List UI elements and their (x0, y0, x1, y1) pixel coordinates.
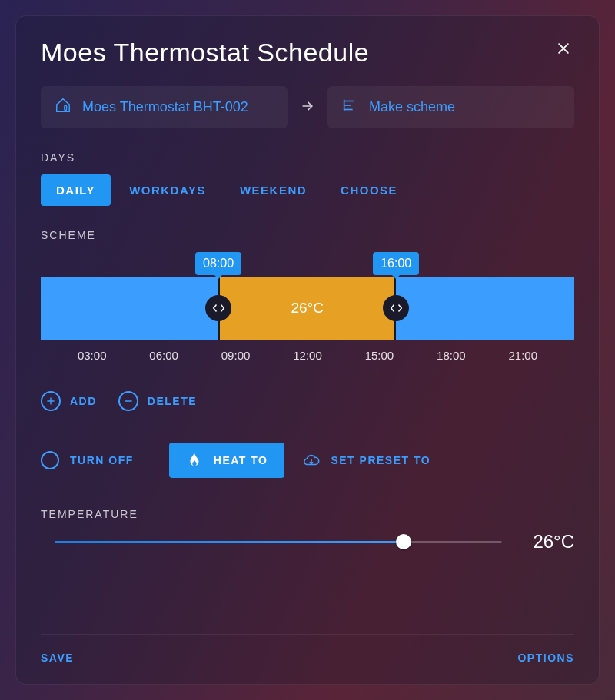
options-button[interactable]: OPTIONS (517, 652, 574, 664)
temperature-label: TEMPERATURE (41, 508, 574, 520)
slider-fill (55, 541, 404, 543)
axis-tick: 15:00 (344, 349, 415, 362)
scheme-label: SCHEME (41, 229, 574, 241)
drag-handle-end[interactable] (383, 295, 409, 321)
scheme-editor: 08:00 16:00 26°C 03:00 06:00 09:00 12:00… (41, 252, 574, 377)
breadcrumb: Moes Thermostat BHT-002 Make scheme (41, 86, 574, 128)
axis-tick: 18:00 (415, 349, 487, 362)
chevron-right-icon (397, 304, 403, 313)
cloud-download-icon (303, 452, 320, 469)
hvac-mode-row: TURN OFF HEAT TO SET PRESET TO (41, 442, 574, 479)
delete-button[interactable]: DELETE (118, 391, 197, 411)
save-button[interactable]: SAVE (41, 652, 74, 664)
axis-tick: 09:00 (200, 349, 271, 362)
segment-before[interactable] (41, 277, 218, 340)
svg-rect-0 (65, 105, 67, 110)
timeline-axis: 03:00 06:00 09:00 12:00 15:00 18:00 21:0… (41, 349, 574, 362)
chevron-left-icon (212, 304, 218, 313)
dialog-footer: SAVE OPTIONS (41, 634, 574, 684)
mode-turn-off-label: TURN OFF (70, 454, 134, 466)
breadcrumb-action-label: Make scheme (369, 98, 455, 116)
arrow-right-icon (300, 98, 315, 117)
circle-outline-icon (41, 451, 59, 469)
segment-heat-temp: 26°C (291, 300, 323, 317)
temperature-slider[interactable] (55, 541, 502, 543)
start-time-badge: 08:00 (195, 252, 241, 275)
temperature-value: 26°C (520, 531, 574, 552)
breadcrumb-device-label: Moes Thermostat BHT-002 (82, 98, 248, 116)
drag-handle-start[interactable] (205, 295, 231, 321)
flame-icon (186, 452, 203, 469)
home-thermo-icon (55, 97, 71, 118)
breadcrumb-action[interactable]: Make scheme (327, 86, 574, 128)
end-time-badge: 16:00 (373, 252, 419, 275)
axis-tick: 03:00 (56, 349, 128, 362)
mode-heat-to[interactable]: HEAT TO (169, 443, 285, 478)
segment-after[interactable] (396, 277, 574, 340)
days-label: DAYS (41, 151, 574, 164)
dialog-card: Moes Thermostat Schedule Moes Thermostat… (15, 15, 600, 685)
axis-tick: 21:00 (487, 349, 559, 362)
add-label: ADD (70, 395, 97, 407)
plus-icon (41, 391, 61, 411)
breadcrumb-device[interactable]: Moes Thermostat BHT-002 (41, 86, 288, 128)
tab-workdays[interactable]: WORKDAYS (114, 174, 221, 206)
scheme-icon (341, 97, 358, 118)
tab-choose[interactable]: CHOOSE (325, 174, 413, 206)
chevron-right-icon (219, 304, 225, 313)
days-tabs: DAILY WORKDAYS WEEKEND CHOOSE (41, 174, 574, 206)
close-button[interactable] (553, 38, 574, 62)
dialog-title: Moes Thermostat Schedule (41, 38, 369, 68)
tab-weekend[interactable]: WEEKEND (224, 174, 322, 206)
mode-heat-to-label: HEAT TO (214, 454, 268, 466)
add-button[interactable]: ADD (41, 391, 97, 411)
mode-set-preset[interactable]: SET PRESET TO (303, 443, 447, 478)
scheme-actions: ADD DELETE (41, 391, 574, 411)
mode-turn-off[interactable]: TURN OFF (41, 442, 151, 479)
delete-label: DELETE (148, 395, 197, 407)
axis-tick: 06:00 (128, 349, 199, 362)
segment-heat[interactable]: 26°C (218, 277, 396, 340)
tab-daily[interactable]: DAILY (41, 174, 111, 206)
dialog-header: Moes Thermostat Schedule (41, 38, 574, 68)
temperature-row: 26°C (41, 531, 574, 552)
axis-tick: 12:00 (271, 349, 343, 362)
close-icon (556, 41, 571, 56)
chevron-left-icon (390, 304, 396, 313)
mode-set-preset-label: SET PRESET TO (331, 454, 430, 466)
minus-icon (118, 391, 138, 411)
timeline[interactable]: 08:00 16:00 26°C (41, 277, 574, 340)
slider-thumb[interactable] (396, 534, 411, 549)
